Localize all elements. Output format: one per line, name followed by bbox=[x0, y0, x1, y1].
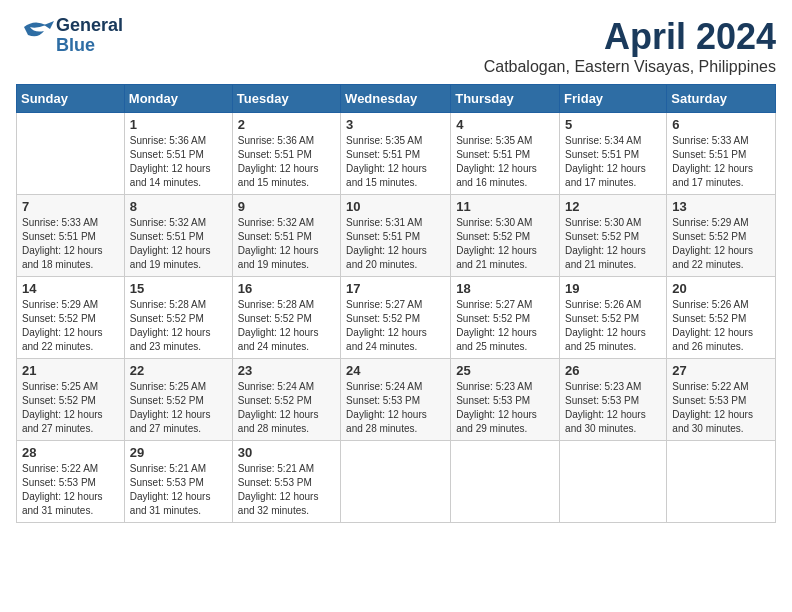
week-row-3: 14Sunrise: 5:29 AM Sunset: 5:52 PM Dayli… bbox=[17, 277, 776, 359]
day-cell bbox=[17, 113, 125, 195]
col-header-thursday: Thursday bbox=[451, 85, 560, 113]
day-info: Sunrise: 5:27 AM Sunset: 5:52 PM Dayligh… bbox=[346, 298, 445, 354]
day-number: 11 bbox=[456, 199, 554, 214]
day-cell: 5Sunrise: 5:34 AM Sunset: 5:51 PM Daylig… bbox=[560, 113, 667, 195]
day-info: Sunrise: 5:36 AM Sunset: 5:51 PM Dayligh… bbox=[238, 134, 335, 190]
day-number: 5 bbox=[565, 117, 661, 132]
day-number: 10 bbox=[346, 199, 445, 214]
day-cell: 16Sunrise: 5:28 AM Sunset: 5:52 PM Dayli… bbox=[232, 277, 340, 359]
day-cell: 15Sunrise: 5:28 AM Sunset: 5:52 PM Dayli… bbox=[124, 277, 232, 359]
day-info: Sunrise: 5:21 AM Sunset: 5:53 PM Dayligh… bbox=[238, 462, 335, 518]
day-info: Sunrise: 5:24 AM Sunset: 5:53 PM Dayligh… bbox=[346, 380, 445, 436]
day-cell: 13Sunrise: 5:29 AM Sunset: 5:52 PM Dayli… bbox=[667, 195, 776, 277]
day-number: 8 bbox=[130, 199, 227, 214]
logo-icon bbox=[16, 17, 54, 55]
day-cell: 22Sunrise: 5:25 AM Sunset: 5:52 PM Dayli… bbox=[124, 359, 232, 441]
day-number: 9 bbox=[238, 199, 335, 214]
day-cell: 27Sunrise: 5:22 AM Sunset: 5:53 PM Dayli… bbox=[667, 359, 776, 441]
day-cell: 18Sunrise: 5:27 AM Sunset: 5:52 PM Dayli… bbox=[451, 277, 560, 359]
day-cell: 3Sunrise: 5:35 AM Sunset: 5:51 PM Daylig… bbox=[341, 113, 451, 195]
day-cell: 11Sunrise: 5:30 AM Sunset: 5:52 PM Dayli… bbox=[451, 195, 560, 277]
day-number: 15 bbox=[130, 281, 227, 296]
day-cell: 10Sunrise: 5:31 AM Sunset: 5:51 PM Dayli… bbox=[341, 195, 451, 277]
day-cell: 24Sunrise: 5:24 AM Sunset: 5:53 PM Dayli… bbox=[341, 359, 451, 441]
day-number: 2 bbox=[238, 117, 335, 132]
day-cell: 1Sunrise: 5:36 AM Sunset: 5:51 PM Daylig… bbox=[124, 113, 232, 195]
day-cell: 8Sunrise: 5:32 AM Sunset: 5:51 PM Daylig… bbox=[124, 195, 232, 277]
day-info: Sunrise: 5:33 AM Sunset: 5:51 PM Dayligh… bbox=[672, 134, 770, 190]
col-header-sunday: Sunday bbox=[17, 85, 125, 113]
day-number: 1 bbox=[130, 117, 227, 132]
day-cell bbox=[560, 441, 667, 523]
week-row-2: 7Sunrise: 5:33 AM Sunset: 5:51 PM Daylig… bbox=[17, 195, 776, 277]
day-cell: 23Sunrise: 5:24 AM Sunset: 5:52 PM Dayli… bbox=[232, 359, 340, 441]
col-header-saturday: Saturday bbox=[667, 85, 776, 113]
day-number: 20 bbox=[672, 281, 770, 296]
day-info: Sunrise: 5:35 AM Sunset: 5:51 PM Dayligh… bbox=[456, 134, 554, 190]
day-cell: 26Sunrise: 5:23 AM Sunset: 5:53 PM Dayli… bbox=[560, 359, 667, 441]
day-cell: 20Sunrise: 5:26 AM Sunset: 5:52 PM Dayli… bbox=[667, 277, 776, 359]
day-number: 12 bbox=[565, 199, 661, 214]
day-number: 4 bbox=[456, 117, 554, 132]
logo-blue: Blue bbox=[56, 36, 123, 56]
col-header-tuesday: Tuesday bbox=[232, 85, 340, 113]
logo: General Blue bbox=[16, 16, 123, 56]
day-info: Sunrise: 5:25 AM Sunset: 5:52 PM Dayligh… bbox=[22, 380, 119, 436]
day-cell: 29Sunrise: 5:21 AM Sunset: 5:53 PM Dayli… bbox=[124, 441, 232, 523]
day-cell: 6Sunrise: 5:33 AM Sunset: 5:51 PM Daylig… bbox=[667, 113, 776, 195]
day-number: 21 bbox=[22, 363, 119, 378]
day-number: 22 bbox=[130, 363, 227, 378]
day-number: 18 bbox=[456, 281, 554, 296]
day-info: Sunrise: 5:25 AM Sunset: 5:52 PM Dayligh… bbox=[130, 380, 227, 436]
month-title: April 2024 bbox=[484, 16, 776, 58]
day-number: 27 bbox=[672, 363, 770, 378]
day-cell: 4Sunrise: 5:35 AM Sunset: 5:51 PM Daylig… bbox=[451, 113, 560, 195]
day-cell: 21Sunrise: 5:25 AM Sunset: 5:52 PM Dayli… bbox=[17, 359, 125, 441]
day-cell bbox=[451, 441, 560, 523]
day-info: Sunrise: 5:28 AM Sunset: 5:52 PM Dayligh… bbox=[130, 298, 227, 354]
day-cell: 12Sunrise: 5:30 AM Sunset: 5:52 PM Dayli… bbox=[560, 195, 667, 277]
day-cell: 14Sunrise: 5:29 AM Sunset: 5:52 PM Dayli… bbox=[17, 277, 125, 359]
col-header-monday: Monday bbox=[124, 85, 232, 113]
day-info: Sunrise: 5:28 AM Sunset: 5:52 PM Dayligh… bbox=[238, 298, 335, 354]
day-cell bbox=[341, 441, 451, 523]
day-cell: 19Sunrise: 5:26 AM Sunset: 5:52 PM Dayli… bbox=[560, 277, 667, 359]
day-info: Sunrise: 5:36 AM Sunset: 5:51 PM Dayligh… bbox=[130, 134, 227, 190]
day-info: Sunrise: 5:23 AM Sunset: 5:53 PM Dayligh… bbox=[565, 380, 661, 436]
day-info: Sunrise: 5:27 AM Sunset: 5:52 PM Dayligh… bbox=[456, 298, 554, 354]
day-number: 30 bbox=[238, 445, 335, 460]
day-info: Sunrise: 5:30 AM Sunset: 5:52 PM Dayligh… bbox=[565, 216, 661, 272]
day-info: Sunrise: 5:30 AM Sunset: 5:52 PM Dayligh… bbox=[456, 216, 554, 272]
day-info: Sunrise: 5:26 AM Sunset: 5:52 PM Dayligh… bbox=[672, 298, 770, 354]
page-header: General Blue April 2024 Catbalogan, East… bbox=[16, 16, 776, 76]
day-cell: 17Sunrise: 5:27 AM Sunset: 5:52 PM Dayli… bbox=[341, 277, 451, 359]
day-number: 24 bbox=[346, 363, 445, 378]
day-number: 23 bbox=[238, 363, 335, 378]
day-info: Sunrise: 5:33 AM Sunset: 5:51 PM Dayligh… bbox=[22, 216, 119, 272]
day-info: Sunrise: 5:24 AM Sunset: 5:52 PM Dayligh… bbox=[238, 380, 335, 436]
day-info: Sunrise: 5:29 AM Sunset: 5:52 PM Dayligh… bbox=[22, 298, 119, 354]
day-number: 13 bbox=[672, 199, 770, 214]
day-number: 16 bbox=[238, 281, 335, 296]
header-row: SundayMondayTuesdayWednesdayThursdayFrid… bbox=[17, 85, 776, 113]
day-info: Sunrise: 5:26 AM Sunset: 5:52 PM Dayligh… bbox=[565, 298, 661, 354]
day-info: Sunrise: 5:29 AM Sunset: 5:52 PM Dayligh… bbox=[672, 216, 770, 272]
title-block: April 2024 Catbalogan, Eastern Visayas, … bbox=[484, 16, 776, 76]
week-row-5: 28Sunrise: 5:22 AM Sunset: 5:53 PM Dayli… bbox=[17, 441, 776, 523]
day-number: 26 bbox=[565, 363, 661, 378]
day-info: Sunrise: 5:32 AM Sunset: 5:51 PM Dayligh… bbox=[130, 216, 227, 272]
day-cell: 25Sunrise: 5:23 AM Sunset: 5:53 PM Dayli… bbox=[451, 359, 560, 441]
col-header-friday: Friday bbox=[560, 85, 667, 113]
day-number: 29 bbox=[130, 445, 227, 460]
day-info: Sunrise: 5:34 AM Sunset: 5:51 PM Dayligh… bbox=[565, 134, 661, 190]
day-cell: 2Sunrise: 5:36 AM Sunset: 5:51 PM Daylig… bbox=[232, 113, 340, 195]
day-number: 6 bbox=[672, 117, 770, 132]
day-number: 17 bbox=[346, 281, 445, 296]
day-number: 28 bbox=[22, 445, 119, 460]
day-info: Sunrise: 5:31 AM Sunset: 5:51 PM Dayligh… bbox=[346, 216, 445, 272]
day-number: 7 bbox=[22, 199, 119, 214]
location-title: Catbalogan, Eastern Visayas, Philippines bbox=[484, 58, 776, 76]
calendar-table: SundayMondayTuesdayWednesdayThursdayFrid… bbox=[16, 84, 776, 523]
day-cell: 30Sunrise: 5:21 AM Sunset: 5:53 PM Dayli… bbox=[232, 441, 340, 523]
day-cell: 9Sunrise: 5:32 AM Sunset: 5:51 PM Daylig… bbox=[232, 195, 340, 277]
